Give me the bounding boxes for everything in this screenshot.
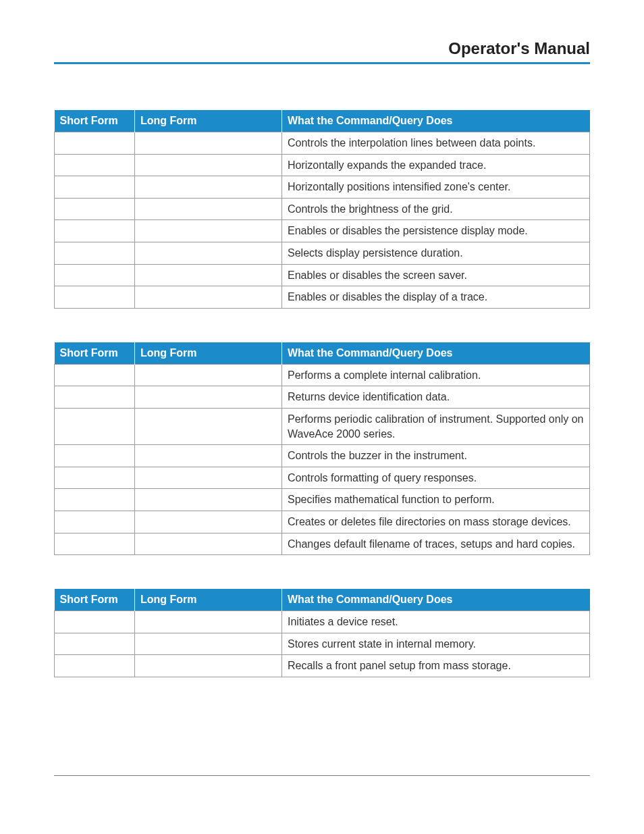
cell-desc: Controls the interpolation lines between… [282, 132, 590, 155]
header-short-form: Short Form [55, 342, 135, 365]
cell-short [55, 533, 135, 555]
cell-desc: Performs a complete internal calibration… [282, 364, 590, 386]
cell-short [55, 198, 135, 220]
cell-short [55, 611, 135, 633]
cell-desc: Horizontally positions intensified zone'… [282, 176, 590, 199]
header-long-form: Long Form [134, 342, 281, 365]
command-table-3: Short Form Long Form What the Command/Qu… [54, 589, 590, 677]
cell-desc: Initiates a device reset. [282, 611, 590, 633]
table-row: Horizontally expands the expanded trace. [55, 154, 590, 176]
cell-desc: Enables or disables the screen saver. [282, 264, 590, 286]
table-row: Controls the brightness of the grid. [55, 198, 590, 220]
cell-long [134, 154, 281, 176]
table-row: Changes default filename of traces, setu… [55, 533, 590, 555]
cell-short [55, 511, 135, 533]
cell-desc: Controls the buzzer in the instrument. [282, 445, 590, 467]
cell-desc: Specifies mathematical function to perfo… [282, 489, 590, 511]
table-row: Initiates a device reset. [55, 611, 590, 633]
table-row: Horizontally positions intensified zone'… [55, 176, 590, 199]
page-title: Operator's Manual [54, 39, 590, 58]
cell-desc: Stores current state in internal memory. [282, 633, 590, 655]
header-short-form: Short Form [55, 589, 135, 611]
cell-desc: Enables or disables the display of a tra… [282, 286, 590, 309]
cell-short [55, 264, 135, 286]
page-header: Operator's Manual [54, 39, 590, 64]
table-row: Enables or disables the screen saver. [55, 264, 590, 286]
cell-short [55, 655, 135, 677]
table-row: Stores current state in internal memory. [55, 633, 590, 655]
table-row: Specifies mathematical function to perfo… [55, 489, 590, 511]
cell-long [134, 198, 281, 220]
cell-long [134, 511, 281, 533]
cell-long [134, 386, 281, 409]
page-footer-rule [54, 775, 590, 776]
cell-desc: Changes default filename of traces, setu… [282, 533, 590, 555]
table-row: Performs a complete internal calibration… [55, 364, 590, 386]
cell-short [55, 176, 135, 199]
cell-desc: Enables or disables the persistence disp… [282, 220, 590, 242]
table-row: Enables or disables the persistence disp… [55, 220, 590, 242]
header-description: What the Command/Query Does [282, 589, 590, 611]
cell-long [134, 132, 281, 155]
cell-desc: Selects display persistence duration. [282, 242, 590, 264]
table-row: Enables or disables the display of a tra… [55, 286, 590, 309]
cell-long [134, 489, 281, 511]
table-row: Performs periodic calibration of instrum… [55, 408, 590, 444]
table-row: Controls the interpolation lines between… [55, 132, 590, 155]
header-description: What the Command/Query Does [282, 110, 590, 132]
cell-short [55, 445, 135, 467]
cell-long [134, 220, 281, 242]
table-row: Recalls a front panel setup from mass st… [55, 655, 590, 677]
cell-desc: Recalls a front panel setup from mass st… [282, 655, 590, 677]
cell-long [134, 533, 281, 555]
cell-short [55, 132, 135, 155]
cell-long [134, 364, 281, 386]
table-row: Controls formatting of query responses. [55, 467, 590, 489]
cell-short [55, 364, 135, 386]
cell-short [55, 154, 135, 176]
cell-long [134, 408, 281, 444]
cell-long [134, 655, 281, 677]
cell-short [55, 489, 135, 511]
cell-long [134, 242, 281, 264]
header-long-form: Long Form [134, 589, 281, 611]
cell-desc: Performs periodic calibration of instrum… [282, 408, 590, 444]
cell-desc: Creates or deletes file directories on m… [282, 511, 590, 533]
table-row: Selects display persistence duration. [55, 242, 590, 264]
cell-short [55, 220, 135, 242]
cell-long [134, 176, 281, 199]
cell-short [55, 386, 135, 409]
cell-desc: Returns device identification data. [282, 386, 590, 409]
table-header-row: Short Form Long Form What the Command/Qu… [55, 110, 590, 132]
table-header-row: Short Form Long Form What the Command/Qu… [55, 589, 590, 611]
table-row: Controls the buzzer in the instrument. [55, 445, 590, 467]
cell-long [134, 286, 281, 309]
cell-short [55, 633, 135, 655]
cell-desc: Controls the brightness of the grid. [282, 198, 590, 220]
cell-long [134, 467, 281, 489]
cell-long [134, 633, 281, 655]
table-row: Returns device identification data. [55, 386, 590, 409]
cell-short [55, 286, 135, 309]
cell-short [55, 242, 135, 264]
table-row: Creates or deletes file directories on m… [55, 511, 590, 533]
cell-short [55, 467, 135, 489]
cell-short [55, 408, 135, 444]
header-description: What the Command/Query Does [282, 342, 590, 365]
command-table-2: Short Form Long Form What the Command/Qu… [54, 342, 590, 555]
command-table-1: Short Form Long Form What the Command/Qu… [54, 110, 590, 309]
cell-desc: Controls formatting of query responses. [282, 467, 590, 489]
cell-long [134, 611, 281, 633]
table-header-row: Short Form Long Form What the Command/Qu… [55, 342, 590, 365]
cell-desc: Horizontally expands the expanded trace. [282, 154, 590, 176]
header-short-form: Short Form [55, 110, 135, 132]
cell-long [134, 445, 281, 467]
header-long-form: Long Form [134, 110, 281, 132]
cell-long [134, 264, 281, 286]
